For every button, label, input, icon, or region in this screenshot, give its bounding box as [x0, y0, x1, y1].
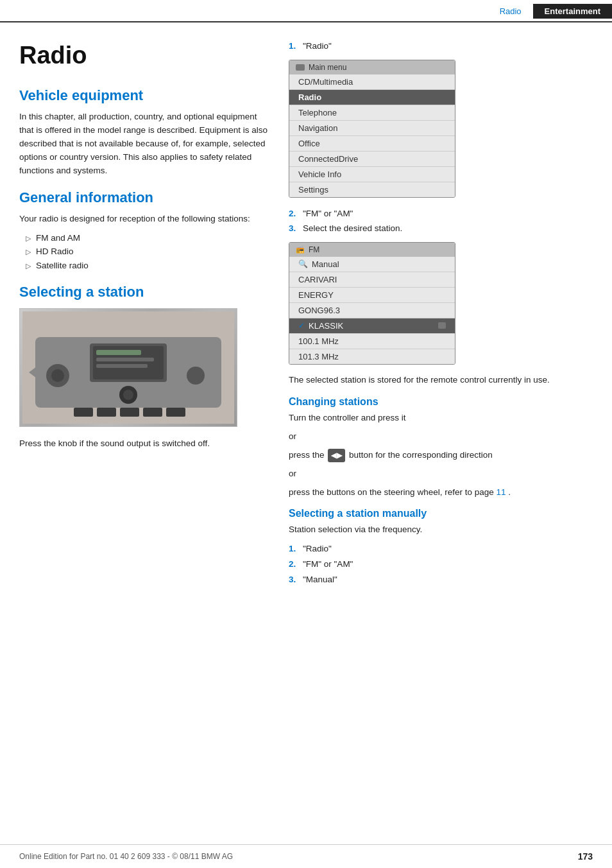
car-image-inner — [20, 309, 237, 426]
menu-item-office: Office — [289, 136, 455, 152]
changing-stations-line1: Turn the controller and press it — [289, 412, 593, 425]
left-arrow-icon: ◀ — [331, 450, 336, 461]
nav-arrows: ◀ ▶ — [328, 449, 345, 462]
fm-checkmark-icon: ✓ — [298, 321, 305, 330]
step2-num: 2. — [289, 207, 299, 221]
step3-item: 3. Select the desired station. — [289, 221, 593, 236]
footer-copyright: Online Edition for Part no. 01 40 2 609 … — [19, 852, 233, 861]
manually-step2-num: 2. — [289, 557, 299, 571]
menu-item-navigation: Navigation — [289, 121, 455, 136]
list-item: ▷Satellite radio — [26, 259, 269, 273]
left-column: Radio Vehicle equipment In this chapter,… — [19, 22, 269, 593]
manually-step3-label: "Manual" — [303, 573, 337, 587]
right-column: 1. "Radio" Main menu CD/Multimedia Radio… — [289, 22, 593, 593]
header-tabs: Radio Entertainment — [488, 4, 612, 19]
manually-step2: 2. "FM" or "AM" — [289, 557, 593, 571]
car-dashboard-svg — [22, 311, 234, 424]
main-menu-box: Main menu CD/Multimedia Radio Telephone … — [289, 60, 455, 198]
tab-radio[interactable]: Radio — [488, 4, 533, 19]
selecting-manually-heading: Selecting a station manually — [289, 508, 593, 519]
page-link[interactable]: 11 — [496, 487, 506, 497]
fm-title: FM — [309, 245, 319, 254]
svg-rect-5 — [96, 358, 154, 361]
stored-station-text: The selected station is stored for the r… — [289, 374, 593, 387]
fm-item-carivari: CARIVARI — [289, 272, 455, 288]
bullet-arrow: ▷ — [26, 233, 31, 245]
selecting-manually-steps: 1. "Radio" 2. "FM" or "AM" 3. "Manual" — [289, 542, 593, 586]
manually-step3: 3. "Manual" — [289, 573, 593, 587]
car-image-caption: Press the knob if the sound output is sw… — [19, 437, 269, 451]
svg-point-15 — [51, 369, 64, 382]
menu-item-cdmultimedia: CD/Multimedia — [289, 74, 455, 90]
step1-num: 1. — [289, 39, 299, 53]
svg-rect-12 — [143, 408, 162, 417]
manually-step1: 1. "Radio" — [289, 542, 593, 556]
menu-item-telephone: Telephone — [289, 105, 455, 121]
car-image — [19, 308, 237, 427]
menu-item-connecteddrive: ConnectedDrive — [289, 152, 455, 167]
fm-icon: 📻 — [296, 245, 305, 254]
svg-point-8 — [123, 390, 133, 400]
manually-step1-num: 1. — [289, 542, 299, 556]
step1-list: 1. "Radio" — [289, 39, 593, 53]
menu-item-vehicleinfo: Vehicle Info — [289, 167, 455, 182]
bullet-arrow: ▷ — [26, 247, 31, 258]
menu-title: Main menu — [309, 63, 346, 72]
fm-store-icon — [438, 322, 446, 329]
bullet-arrow: ▷ — [26, 261, 31, 272]
footer: Online Edition for Part no. 01 40 2 609 … — [0, 844, 612, 868]
fm-item-gong: GONG96.3 — [289, 303, 455, 318]
svg-point-16 — [187, 367, 205, 385]
menu-icon — [296, 64, 305, 71]
step3-num: 3. — [289, 221, 299, 236]
right-arrow-icon: ▶ — [337, 450, 342, 461]
menu-item-radio: Radio — [289, 90, 455, 105]
changing-stations-line3: press the buttons on the steering wheel,… — [289, 486, 593, 499]
section-selecting-station-heading: Selecting a station — [19, 284, 269, 300]
manually-step1-label: "Radio" — [303, 542, 332, 556]
fm-menu-box: 📻 FM 🔍 Manual CARIVARI ENERGY GONG96.3 ✓… — [289, 242, 455, 365]
list-item: ▷HD Radio — [26, 245, 269, 259]
changing-stations-line2: press the ◀ ▶ button for the correspondi… — [289, 449, 593, 462]
svg-rect-4 — [96, 350, 141, 355]
fm-search-icon: 🔍 — [298, 259, 308, 268]
manually-step3-num: 3. — [289, 573, 299, 587]
steps-2-3-list: 2. "FM" or "AM" 3. Select the desired st… — [289, 207, 593, 236]
footer-page-number: 173 — [578, 851, 593, 862]
step2-label: "FM" or "AM" — [303, 207, 353, 221]
changing-stations-or2: or — [289, 467, 593, 481]
step1-item: 1. "Radio" — [289, 39, 593, 53]
manually-step2-label: "FM" or "AM" — [303, 557, 353, 571]
fm-item-100mhz: 100.1 MHz — [289, 334, 455, 349]
fm-item-energy: ENERGY — [289, 288, 455, 303]
vehicle-equipment-body: In this chapter, all production, country… — [19, 110, 269, 178]
general-information-list: ▷FM and AM ▷HD Radio ▷Satellite radio — [26, 231, 269, 273]
selecting-manually-intro: Station selection via the frequency. — [289, 523, 593, 537]
page-content: Radio Vehicle equipment In this chapter,… — [0, 22, 612, 593]
header-bar: Radio Entertainment — [0, 0, 612, 22]
fm-title-bar: 📻 FM — [289, 243, 455, 257]
tab-entertainment[interactable]: Entertainment — [533, 4, 612, 19]
step1-label: "Radio" — [303, 39, 332, 53]
svg-rect-13 — [166, 408, 185, 417]
section-general-information-heading: General information — [19, 189, 269, 206]
section-vehicle-equipment-heading: Vehicle equipment — [19, 87, 269, 104]
menu-item-settings: Settings — [289, 182, 455, 197]
step3-label: Select the desired station. — [303, 221, 402, 236]
page-title: Radio — [19, 35, 269, 69]
changing-stations-or1: or — [289, 430, 593, 444]
svg-rect-9 — [74, 408, 93, 417]
svg-rect-11 — [120, 408, 139, 417]
fm-item-101mhz: 101.3 MHz — [289, 349, 455, 364]
fm-item-manual: 🔍 Manual — [289, 257, 455, 272]
list-item: ▷FM and AM — [26, 231, 269, 245]
fm-item-klassik: ✓ KLASSIK — [289, 318, 455, 334]
menu-title-bar: Main menu — [289, 60, 455, 74]
svg-rect-10 — [97, 408, 116, 417]
svg-rect-6 — [96, 364, 148, 368]
step2-item: 2. "FM" or "AM" — [289, 207, 593, 221]
general-information-intro: Your radio is designed for reception of … — [19, 213, 269, 226]
changing-stations-heading: Changing stations — [289, 396, 593, 408]
